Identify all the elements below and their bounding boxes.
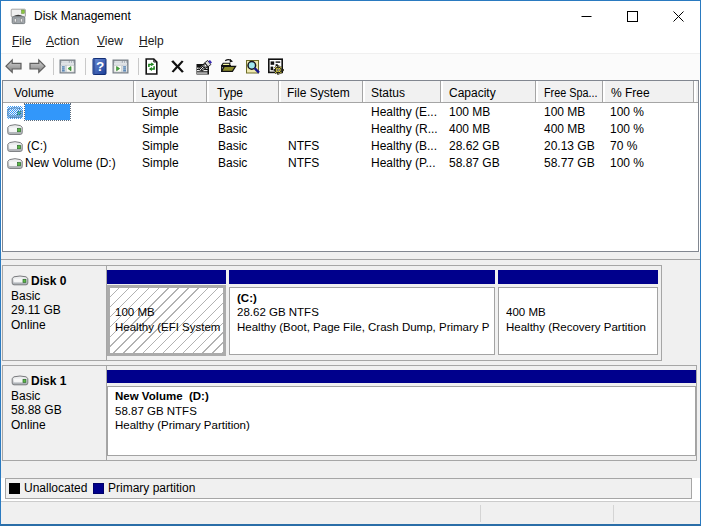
selected-volume-name-box[interactable] <box>25 104 70 120</box>
column-separator-highlight <box>134 81 136 102</box>
disk-1-label-panel[interactable]: Disk 1 Basic 58.88 GB Online <box>3 366 107 460</box>
help-window-icon[interactable] <box>267 58 284 75</box>
partition-recovery[interactable]: 400 MB Healthy (Recovery Partition <box>498 266 658 360</box>
cell-capacity: 28.62 GB <box>449 138 500 155</box>
disk-icon <box>11 375 29 387</box>
toolbar-separator <box>85 58 86 75</box>
column-header-capacity[interactable]: Capacity <box>449 83 496 104</box>
show-console-tree-icon[interactable] <box>59 58 76 75</box>
partition-band <box>498 270 658 284</box>
svg-text:?: ? <box>96 59 104 74</box>
cell-status: Healthy (R... <box>371 121 438 138</box>
forward-icon[interactable] <box>29 58 46 75</box>
partition-c[interactable]: (C:) 28.62 GB NTFS Healthy (Boot, Page F… <box>229 266 495 360</box>
status-bar-separator <box>613 505 614 522</box>
close-icon <box>673 11 684 22</box>
column-separator-highlight <box>363 81 365 102</box>
column-header-pct-free[interactable]: % Free <box>611 83 650 104</box>
show-action-pane-icon[interactable] <box>112 58 129 75</box>
maximize-icon <box>627 11 638 22</box>
cell-status: Healthy (P... <box>371 155 435 172</box>
partition-line1 <box>506 291 658 306</box>
legend-bar: Unallocated Primary partition <box>5 478 692 499</box>
column-separator-highlight <box>694 81 696 102</box>
partition-line3: Healthy (Boot, Page File, Crash Dump, Pr… <box>237 320 495 335</box>
disk-0-size: 29.11 GB <box>11 303 61 317</box>
legend-swatch-primary-partition <box>93 483 104 494</box>
delete-icon[interactable] <box>169 58 186 75</box>
titlebar: Disk Management <box>1 1 700 31</box>
legend-swatch-unallocated <box>9 483 20 494</box>
volume-row-4[interactable]: New Volume (D:) Simple Basic NTFS Health… <box>3 155 698 172</box>
disk-management-window: Disk Management File Action View Help <box>0 0 701 526</box>
disk-0-label-panel[interactable]: Disk 0 Basic 29.11 GB Online <box>3 266 107 360</box>
partition-line1 <box>115 291 220 306</box>
column-header-free-space[interactable]: Free Spa... <box>544 83 597 104</box>
menu-view[interactable]: View <box>97 31 123 53</box>
cell-volume-name: (C:) <box>27 138 47 155</box>
disk-1-status: Online <box>11 418 62 432</box>
menu-help[interactable]: Help <box>139 31 164 53</box>
open-icon[interactable] <box>221 58 238 75</box>
cell-pct-free: 70 % <box>610 138 637 155</box>
minimize-button[interactable] <box>563 1 609 31</box>
help-icon[interactable]: ? <box>91 58 108 75</box>
column-header-file-system[interactable]: File System <box>287 83 350 104</box>
window-title: Disk Management <box>34 1 131 31</box>
volume-list-pane: Volume Layout Type File System Status Ca… <box>2 80 699 252</box>
pane-splitter[interactable] <box>1 259 700 260</box>
cell-volume-name: New Volume (D:) <box>25 155 116 172</box>
volume-list-header: Volume Layout Type File System Status Ca… <box>3 81 698 103</box>
disk-1-size: 58.88 GB <box>11 403 62 417</box>
partition-line1: New Volume (D:) <box>115 389 250 404</box>
disk-management-app-icon <box>10 8 27 25</box>
volume-row-2[interactable]: Simple Basic Healthy (R... 400 MB 400 MB… <box>3 121 698 138</box>
cell-status: Healthy (E... <box>371 104 437 121</box>
volume-row-1[interactable]: Simple Basic Healthy (E... 100 MB 100 MB… <box>3 104 698 121</box>
menu-action[interactable]: Action <box>46 31 79 53</box>
disk-1-row: Disk 1 Basic 58.88 GB Online New Volume … <box>2 365 697 461</box>
legend-label-primary-partition: Primary partition <box>108 479 195 498</box>
disk-0-status: Online <box>11 318 61 332</box>
partition-line2: 28.62 GB NTFS <box>237 305 495 320</box>
disk-0-name: Disk 0 <box>31 274 66 288</box>
find-icon[interactable] <box>245 58 262 75</box>
cell-fs: NTFS <box>288 138 319 155</box>
volume-row-3[interactable]: (C:) Simple Basic NTFS Healthy (B... 28.… <box>3 138 698 155</box>
cell-layout: Simple <box>142 121 179 138</box>
column-header-layout[interactable]: Layout <box>141 83 177 104</box>
maximize-button[interactable] <box>609 1 655 31</box>
cell-free: 100 MB <box>544 104 585 121</box>
cell-layout: Simple <box>142 155 179 172</box>
minimize-icon <box>581 11 592 22</box>
properties-icon[interactable] <box>196 58 213 75</box>
column-header-status[interactable]: Status <box>371 83 405 104</box>
refresh-icon[interactable] <box>143 58 160 75</box>
menu-file[interactable]: File <box>12 31 31 53</box>
cell-capacity: 400 MB <box>449 121 490 138</box>
partition-line3: Healthy (Primary Partition) <box>115 418 250 433</box>
cell-capacity: 58.87 GB <box>449 155 500 172</box>
volume-icon <box>7 157 23 170</box>
volume-icon <box>7 140 23 153</box>
cell-type: Basic <box>218 104 247 121</box>
column-separator-highlight <box>279 81 281 102</box>
disk-1-name: Disk 1 <box>31 374 66 388</box>
cell-capacity: 100 MB <box>449 104 490 121</box>
column-header-type[interactable]: Type <box>217 83 243 104</box>
toolbar-separator <box>53 58 54 75</box>
volume-icon <box>7 123 23 136</box>
partition-efi[interactable]: 100 MB Healthy (EFI System <box>107 266 226 360</box>
column-header-volume[interactable]: Volume <box>14 83 54 104</box>
cell-pct-free: 100 % <box>610 121 644 138</box>
cell-status: Healthy (B... <box>371 138 437 155</box>
disk-1-type: Basic <box>11 389 62 403</box>
legend-label-unallocated: Unallocated <box>24 479 87 498</box>
disk-0-type: Basic <box>11 289 61 303</box>
disk-0-row: Disk 0 Basic 29.11 GB Online 100 MB Heal… <box>2 265 662 361</box>
column-separator-highlight <box>536 81 538 102</box>
back-icon[interactable] <box>5 58 22 75</box>
partition-d[interactable]: New Volume (D:) 58.87 GB NTFS Healthy (P… <box>107 366 696 460</box>
close-button[interactable] <box>655 1 701 31</box>
partition-line1: (C:) <box>237 291 495 306</box>
